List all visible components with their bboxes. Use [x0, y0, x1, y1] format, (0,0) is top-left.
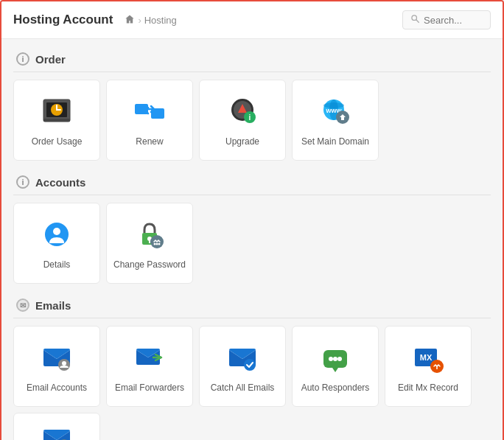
svg-point-27 [62, 361, 66, 366]
card-label-details: Details [43, 259, 71, 271]
content: i Order Order Usage [1, 39, 503, 440]
section-header-order: i Order [13, 46, 491, 72]
renew-icon [130, 92, 169, 130]
section-label-emails: Emails [35, 299, 71, 312]
card-label-email-forwarders: Email Forwarders [115, 383, 184, 394]
section-header-emails: ✉ Emails [13, 293, 491, 318]
breadcrumb-separator: › [138, 15, 141, 26]
email-forwarders-icon [130, 338, 169, 377]
order-cards-grid: Order Usage Renew [13, 80, 491, 161]
card-edit-mx-record[interactable]: MX Edit Mx Record [385, 326, 472, 407]
card-catch-all-emails[interactable]: Catch All Emails [199, 326, 286, 407]
card-label-change-password: Change Password [113, 259, 186, 271]
section-icon-accounts: i [16, 175, 29, 189]
mail-service-control-icon [38, 421, 76, 440]
search-input[interactable] [424, 15, 483, 26]
card-email-forwarders[interactable]: Email Forwarders [106, 326, 193, 407]
card-label-set-main-domain: Set Main Domain [301, 136, 369, 148]
header: Hosting Account › Hosting [1, 1, 503, 39]
svg-point-29 [244, 359, 256, 371]
section-accounts: i Accounts Details [13, 170, 491, 284]
card-label-email-accounts: Email Accounts [27, 383, 87, 394]
card-renew[interactable]: Renew [106, 80, 193, 161]
card-label-renew: Renew [136, 136, 163, 148]
svg-line-1 [416, 20, 419, 23]
breadcrumb-current: Hosting [144, 15, 177, 26]
svg-point-18 [53, 228, 60, 235]
section-icon-emails: ✉ [16, 298, 29, 312]
card-email-accounts[interactable]: Email Accounts [13, 326, 100, 407]
section-header-accounts: i Accounts [13, 170, 491, 195]
catch-all-emails-icon [223, 338, 262, 377]
card-change-password[interactable]: Change Password [106, 203, 193, 284]
card-label-edit-mx-record: Edit Mx Record [398, 383, 458, 394]
search-icon [410, 14, 420, 26]
svg-point-33 [337, 357, 342, 361]
card-label-upgrade: Upgrade [225, 136, 259, 148]
card-details[interactable]: Details [13, 203, 100, 284]
section-emails: ✉ Emails Email Accounts [13, 293, 491, 440]
page-title: Hosting Account [13, 13, 113, 27]
details-icon [38, 215, 76, 254]
card-mail-service-control[interactable]: Mail Service Control [13, 413, 100, 440]
card-order-usage[interactable]: Order Usage [13, 80, 100, 161]
section-label-accounts: Accounts [35, 176, 85, 189]
breadcrumb: › Hosting [125, 14, 402, 27]
edit-mx-record-icon: MX [409, 338, 447, 377]
card-label-catch-all-emails: Catch All Emails [211, 383, 275, 394]
section-order: i Order Order Usage [13, 46, 491, 161]
auto-responders-icon [316, 338, 354, 377]
section-label-order: Order [35, 53, 66, 66]
order-usage-icon [38, 92, 76, 130]
email-accounts-icon [38, 338, 76, 377]
emails-cards-grid: Email Accounts Email Forwarders [13, 326, 491, 440]
search-area[interactable] [402, 10, 491, 29]
card-upgrade[interactable]: i Upgrade [199, 80, 286, 161]
set-main-domain-icon: www [316, 92, 354, 130]
svg-text:MX: MX [420, 353, 433, 362]
svg-point-23 [154, 243, 156, 245]
home-icon [125, 14, 135, 27]
upgrade-icon: i [223, 92, 262, 130]
accounts-cards-grid: Details [13, 203, 491, 284]
card-set-main-domain[interactable]: www Set Main Domain [292, 80, 379, 161]
svg-rect-5 [43, 119, 70, 122]
svg-point-0 [412, 15, 417, 21]
svg-text:i: i [249, 114, 251, 122]
section-icon-order: i [16, 52, 29, 66]
change-password-icon [130, 215, 169, 254]
svg-point-32 [333, 357, 337, 361]
card-label-order-usage: Order Usage [32, 136, 83, 148]
main-container: Hosting Account › Hosting i Order [0, 0, 504, 440]
svg-point-31 [329, 357, 333, 361]
card-auto-responders[interactable]: Auto Responders [292, 326, 379, 407]
svg-point-25 [158, 243, 161, 245]
card-label-auto-responders: Auto Responders [301, 383, 370, 394]
svg-point-24 [156, 243, 158, 245]
